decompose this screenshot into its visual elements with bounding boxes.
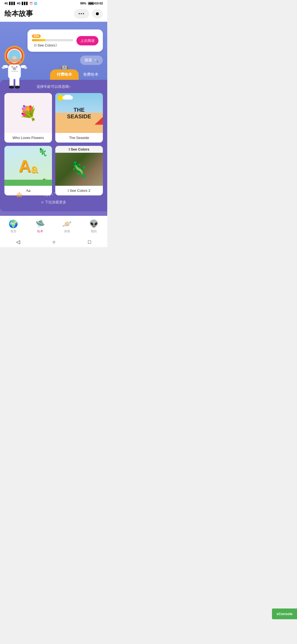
progress-card: 33% 《I See Colors》 上次阅读 [28, 29, 103, 52]
tab-paid-label: 付费绘本 [57, 72, 72, 77]
header: 绘本故事 ••• ⏺ [0, 6, 107, 22]
svg-text:🐚: 🐚 [13, 56, 16, 59]
load-more-text: ⊙ 下拉加载更多 [41, 200, 66, 205]
svg-rect-10 [8, 65, 21, 79]
vpn-icon: 🌐 [34, 2, 37, 5]
letter-A: A [19, 156, 31, 176]
book-title-colors2: I See Colors 2 [55, 186, 103, 195]
back-button[interactable]: ◁ [16, 239, 20, 245]
book-card-i-see-colors-2[interactable]: I See Colors 🦎 I See Colors 2 [55, 146, 103, 195]
books-icon: 🛸 [35, 219, 45, 228]
status-right: 98% 10:02 [80, 2, 103, 5]
svg-point-22 [16, 66, 17, 67]
svg-point-20 [15, 86, 20, 89]
home-button[interactable]: ○ [53, 239, 56, 245]
signal-bars-1: ▋▋▋ [9, 2, 16, 5]
iguana-cover: 🦎 [55, 153, 103, 186]
page-title: 绘本故事 [4, 9, 33, 18]
record-icon: ⏺ [95, 11, 100, 16]
svg-point-21 [12, 66, 13, 67]
search-icon: 🔍 [94, 58, 98, 62]
svg-rect-17 [10, 78, 14, 87]
seaside-title-the: THE [67, 107, 91, 113]
iguana-emoji: 🦎 [70, 161, 88, 178]
signal-area: 4G ▋▋▋ 4G ▋▋▋ ⏰ 🌐 [4, 2, 37, 5]
progress-bar-track [32, 39, 73, 41]
tab-free-books[interactable]: 免费绘本 [79, 69, 103, 80]
main-content: 🐚 [0, 22, 107, 216]
book-card-the-seaside[interactable]: THE SEASIDE The Seaside [55, 93, 103, 143]
progress-bar-fill [32, 39, 46, 41]
last-read-button[interactable]: 上次阅读 [76, 36, 98, 45]
recent-button[interactable]: □ [88, 239, 91, 245]
book-title-flowers: Who Loves Flowers [4, 133, 52, 143]
svg-rect-12 [11, 71, 18, 72]
tab-free-label: 免费绘本 [83, 72, 98, 77]
home-icon: 🌍 [9, 219, 18, 228]
book-cover-aa: 🦎 A a 🍎 🐜 [4, 146, 52, 186]
svg-point-15 [2, 67, 5, 69]
signal-bars-2: ▋▋▋ [22, 2, 28, 5]
alarm-icon: ⏰ [29, 2, 33, 5]
progress-book-title: 《I See Colors》 [32, 43, 73, 48]
search-label: 搜索 [84, 58, 92, 63]
lecture-label: 讲座 [64, 229, 70, 233]
svg-point-19 [9, 86, 14, 89]
svg-point-11 [13, 67, 16, 70]
header-actions: ••• ⏺ [74, 9, 103, 18]
bottom-navigation: 🌍 首页 🛸 绘本 🪐 讲座 👽 我的 [0, 216, 107, 236]
nav-item-mine[interactable]: 👽 我的 [85, 218, 103, 234]
progress-percent: 33% [32, 34, 41, 38]
nav-item-home[interactable]: 🌍 首页 [4, 218, 23, 234]
letter-a: a [31, 162, 38, 176]
book-cover-colors2: I See Colors 🦎 [55, 146, 103, 186]
status-bar: 4G ▋▋▋ 4G ▋▋▋ ⏰ 🌐 98% 10:02 [0, 0, 107, 6]
svg-point-16 [24, 67, 27, 69]
svg-rect-18 [15, 78, 20, 87]
system-navigation: ◁ ○ □ [0, 236, 107, 247]
seaside-title-seaside: SEASIDE [67, 113, 91, 120]
dino-emoji: 🦎 [38, 148, 48, 157]
record-button[interactable]: ⏺ [92, 9, 103, 18]
flowers-emoji: 💐 [19, 106, 37, 120]
nav-item-books[interactable]: 🛸 绘本 [31, 218, 50, 234]
signal-1: 4G [4, 2, 8, 5]
tab-paid-books[interactable]: 🤖 付费绘本 [50, 69, 79, 80]
book-cover-seaside: THE SEASIDE [55, 93, 103, 133]
book-cover-flowers: 💐 [4, 93, 52, 133]
book-title-seaside: The Seaside [55, 133, 103, 143]
colors2-title-bar: I See Colors [55, 146, 103, 153]
mine-label: 我的 [91, 229, 97, 233]
books-grid: 💐 Who Loves Flowers [4, 93, 103, 195]
astronaut-svg: 🐚 [0, 44, 29, 99]
lecture-icon: 🪐 [62, 219, 72, 228]
books-label: 绘本 [37, 229, 43, 233]
mascot-container: 🐚 [0, 44, 29, 100]
battery-icon [88, 2, 94, 5]
home-label: 首页 [10, 229, 16, 233]
nav-item-lecture[interactable]: 🪐 讲座 [58, 218, 76, 234]
clock: 10:02 [95, 2, 103, 5]
book-card-who-loves-flowers[interactable]: 💐 Who Loves Flowers [4, 93, 52, 143]
progress-info: 33% 《I See Colors》 [32, 33, 73, 48]
svg-marker-24 [18, 192, 20, 194]
more-options-button[interactable]: ••• [74, 9, 89, 18]
battery-percent: 98% [80, 2, 86, 5]
signal-2: 4G [17, 2, 20, 5]
robot-icon: 🤖 [61, 63, 68, 70]
svg-rect-23 [16, 194, 22, 197]
mine-icon: 👽 [89, 219, 99, 228]
search-button[interactable]: 搜索 🔍 [80, 56, 103, 65]
